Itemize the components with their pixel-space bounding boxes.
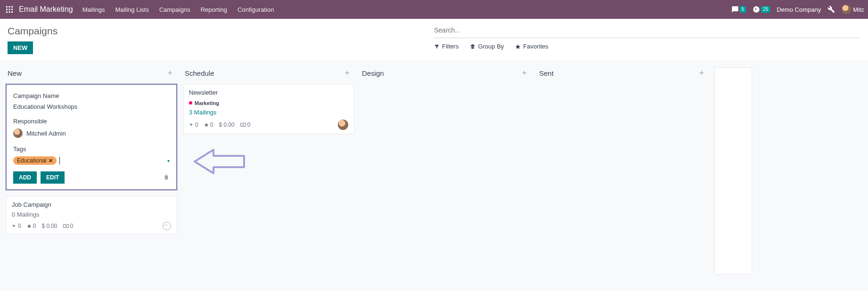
column-add-schedule[interactable]: + bbox=[342, 68, 352, 78]
messages-icon[interactable]: 5 bbox=[731, 6, 746, 13]
qc-label-tags: Tags bbox=[13, 146, 170, 153]
svg-rect-4 bbox=[9, 9, 10, 10]
nav-link-mailings[interactable]: Mailings bbox=[82, 6, 105, 13]
column-sent: Sent + bbox=[537, 65, 709, 286]
card-tag-text: Marketing bbox=[195, 100, 219, 106]
nav-links: Mailings Mailing Lists Campaigns Reporti… bbox=[82, 6, 274, 13]
nav-link-campaigns[interactable]: Campaigns bbox=[159, 6, 190, 13]
card-stats: 0 0 $ 0.00 0 bbox=[189, 121, 250, 128]
kanban-card-newsletter[interactable]: Newsletter Marketing 3 Mailings 0 0 $ 0.… bbox=[183, 84, 354, 134]
control-panel: Campaigns NEW Filters Group By Favorites bbox=[0, 19, 868, 60]
text-cursor bbox=[59, 157, 60, 164]
svg-rect-6 bbox=[6, 11, 8, 13]
nav-link-reporting[interactable]: Reporting bbox=[201, 6, 227, 13]
svg-rect-3 bbox=[6, 9, 8, 10]
trash-icon[interactable] bbox=[163, 174, 170, 182]
search-input[interactable] bbox=[434, 24, 860, 36]
add-column-placeholder[interactable] bbox=[714, 67, 752, 275]
card-mailings-link[interactable]: 3 Mailings bbox=[189, 109, 348, 116]
card-mailings: 0 Mailings bbox=[12, 211, 171, 218]
nav-link-configuration[interactable]: Configuration bbox=[237, 6, 274, 13]
quick-create-card: Campaign Name Educational Workshops Resp… bbox=[6, 84, 177, 190]
filter-row: Filters Group By Favorites bbox=[434, 43, 860, 50]
chevron-down-icon[interactable]: ▾ bbox=[167, 158, 170, 163]
stat-leads: 0 bbox=[204, 121, 213, 128]
navbar: Email Marketing Mailings Mailing Lists C… bbox=[0, 0, 868, 19]
funnel-icon bbox=[434, 44, 440, 49]
smiley-icon[interactable] bbox=[163, 222, 171, 230]
money-icon bbox=[240, 122, 246, 127]
svg-rect-8 bbox=[11, 11, 13, 13]
favorites-button[interactable]: Favorites bbox=[515, 43, 548, 50]
stat-revenue: $ 0.00 bbox=[219, 121, 234, 128]
star-icon bbox=[515, 44, 521, 49]
qc-responsible-input[interactable]: Mitchell Admin bbox=[13, 129, 170, 138]
svg-rect-0 bbox=[6, 6, 8, 8]
apps-icon[interactable] bbox=[4, 4, 15, 15]
messages-badge: 5 bbox=[740, 6, 746, 13]
user-short-name: Mitc bbox=[853, 6, 864, 13]
tag-dot-icon bbox=[189, 101, 192, 105]
debug-icon[interactable] bbox=[827, 6, 835, 13]
column-add-sent[interactable]: + bbox=[696, 68, 707, 78]
avatar-icon bbox=[842, 5, 851, 14]
app-title[interactable]: Email Marketing bbox=[19, 5, 73, 14]
filters-button[interactable]: Filters bbox=[434, 43, 459, 50]
column-design: Design + bbox=[360, 65, 532, 286]
stat-revenue: $ 0.00 bbox=[41, 223, 57, 229]
qc-campaign-name-input[interactable]: Educational Workshops bbox=[13, 103, 170, 110]
qc-label-name: Campaign Name bbox=[13, 92, 170, 99]
edit-button[interactable]: EDIT bbox=[41, 171, 65, 184]
annotation-arrow-icon bbox=[188, 143, 354, 182]
tag-remove-icon[interactable]: ✕ bbox=[49, 158, 53, 164]
column-title-schedule[interactable]: Schedule bbox=[185, 69, 214, 77]
avatar-icon bbox=[13, 129, 23, 138]
stat-quotes: 0 bbox=[63, 223, 74, 229]
add-button[interactable]: ADD bbox=[13, 171, 37, 184]
money-icon bbox=[63, 224, 69, 228]
activities-icon[interactable]: 25 bbox=[753, 6, 770, 13]
qc-tags-input[interactable]: Educational ✕ ▾ bbox=[13, 156, 170, 165]
avatar-icon bbox=[338, 120, 348, 130]
star-icon bbox=[204, 122, 209, 127]
column-schedule: Schedule + Newsletter Marketing 3 Mailin… bbox=[183, 65, 354, 286]
new-button[interactable]: NEW bbox=[8, 41, 33, 54]
stat-quotes: 0 bbox=[240, 121, 251, 128]
card-title: Newsletter bbox=[189, 89, 348, 96]
nav-right: 5 25 Demo Company Mitc bbox=[731, 5, 864, 14]
kanban-card-job[interactable]: Job Campaign 0 Mailings 0 0 $ 0.00 0 bbox=[6, 196, 177, 234]
column-new: New + Campaign Name Educational Workshop… bbox=[6, 65, 177, 286]
stat-clicks: 0 bbox=[189, 121, 198, 128]
column-add-design[interactable]: + bbox=[519, 68, 530, 78]
card-title: Job Campaign bbox=[12, 201, 171, 208]
kanban-board: New + Campaign Name Educational Workshop… bbox=[0, 60, 868, 291]
user-menu[interactable]: Mitc bbox=[842, 5, 864, 14]
filters-label: Filters bbox=[442, 43, 459, 50]
card-stats: 0 0 $ 0.00 0 bbox=[12, 223, 73, 229]
svg-point-10 bbox=[65, 226, 66, 227]
qc-label-responsible: Responsible bbox=[13, 118, 170, 125]
star-icon bbox=[27, 224, 32, 228]
cursor-icon bbox=[12, 224, 16, 228]
groupby-label: Group By bbox=[478, 43, 504, 50]
tag-text: Educational bbox=[17, 157, 47, 164]
svg-rect-2 bbox=[11, 6, 13, 8]
stat-leads: 0 bbox=[27, 223, 36, 229]
cursor-icon bbox=[189, 122, 194, 127]
favorites-label: Favorites bbox=[523, 43, 548, 50]
column-title-sent[interactable]: Sent bbox=[539, 69, 554, 77]
tag-pill: Educational ✕ bbox=[13, 156, 57, 165]
nav-link-mailing-lists[interactable]: Mailing Lists bbox=[115, 6, 149, 13]
layers-icon bbox=[470, 44, 475, 49]
page-title: Campaigns bbox=[8, 25, 434, 37]
column-title-design[interactable]: Design bbox=[362, 69, 384, 77]
svg-rect-1 bbox=[9, 6, 10, 8]
groupby-button[interactable]: Group By bbox=[470, 43, 504, 50]
activities-badge: 25 bbox=[761, 6, 770, 13]
column-add-new[interactable]: + bbox=[164, 68, 175, 78]
search-row bbox=[434, 23, 860, 38]
company-name[interactable]: Demo Company bbox=[777, 6, 821, 13]
column-title-new[interactable]: New bbox=[8, 69, 22, 77]
stat-clicks: 0 bbox=[12, 223, 21, 229]
svg-point-12 bbox=[242, 124, 244, 125]
